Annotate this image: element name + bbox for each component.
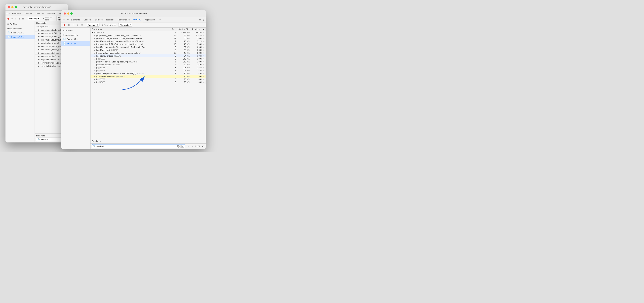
next-result-button[interactable]: ∨	[191, 145, 194, 148]
retainers-section-2: Retainers	[90, 139, 206, 143]
expand-icon: ▶	[94, 67, 95, 69]
expand-icon: ▶	[94, 49, 95, 51]
window-content-2: ≡ Profiles Heap snapshots 📄 Snap… (1… 📄 …	[61, 27, 206, 149]
heap-snapshots-title-1: Heap snapshots	[6, 27, 34, 30]
expand-icon: ▶	[38, 52, 40, 54]
tab-more-2[interactable]: >>	[157, 17, 163, 22]
table-row[interactable]: ▶ {element, timeToFirstByte, resourceLoa…	[90, 43, 206, 46]
collect-button-2[interactable]: ⊞	[80, 23, 84, 27]
filter-icon-2: ⊟	[102, 24, 103, 26]
clear-search-button[interactable]: ✕	[177, 145, 180, 148]
snapshot-item-2-2[interactable]: 📄 Snap… (1…	[61, 41, 90, 46]
filter-button-2[interactable]: ⊟ Filter by class	[100, 23, 117, 26]
memory-toolbar-2: ⏺ ⊘ ↑ ↓ ⊞ Summary ▾ ⊟ Filter by class Al…	[61, 22, 206, 27]
search-result-count: 2 of 2	[195, 145, 200, 147]
titlebar-2: DevTools - chrome://version/	[61, 10, 206, 17]
tab-console-1[interactable]: Console	[23, 10, 34, 16]
minimize-button-2[interactable]	[67, 12, 69, 14]
maximize-button-2[interactable]	[70, 12, 72, 14]
expand-icon: ▶	[94, 64, 95, 66]
filter-button-1[interactable]: ⊟ Filter by class	[42, 16, 55, 21]
close-search-button[interactable]: ✕	[201, 145, 204, 148]
table-row[interactable]: ▶ {name, value, rating, delta, entries, …	[90, 51, 206, 54]
cancel-button-1[interactable]: ⊘	[10, 17, 13, 20]
download-button-2[interactable]: ↓	[76, 23, 79, 27]
window-title-2: DevTools - chrome://version/	[120, 12, 148, 15]
table-row[interactable]: ▶ {loadTimes, csi} @49707 □ 2 28 0 % 260…	[90, 48, 206, 51]
snapshot-item-2[interactable]: 📄 Snap… (1.6…	[6, 35, 34, 39]
device-icon[interactable]: ▭	[8, 12, 10, 15]
tab-sources-2[interactable]: Sources	[93, 17, 104, 22]
tab-performance-2[interactable]: Performance	[116, 17, 132, 22]
upload-button-2[interactable]: ↑	[72, 23, 75, 27]
tab-network-1[interactable]: Network	[46, 10, 57, 16]
upload-button-1[interactable]: ↑	[14, 17, 17, 20]
download-button-1[interactable]: ↓	[18, 17, 21, 20]
snapshot-item-2-1[interactable]: 📄 Snap… (1…	[61, 37, 90, 41]
tab-elements-1[interactable]: Elements	[10, 10, 23, 16]
table-row[interactable]: ▶ {webUIResponse, webUIListenerCallback}…	[90, 72, 206, 75]
table-row[interactable]: ▶ {interactionTarget, interactionTargetE…	[90, 37, 206, 40]
tab-elements-2[interactable]: Elements	[69, 17, 82, 22]
chevron-down-icon-ao: ▾	[130, 24, 131, 26]
tab-console-2[interactable]: Console	[82, 17, 93, 22]
close-button[interactable]	[8, 6, 10, 8]
table-row[interactable]: ▶ {application_label, cl, command_line, …	[90, 34, 206, 37]
expand-icon: ▶	[94, 43, 95, 45]
tab-network-2[interactable]: Network	[104, 17, 116, 22]
match-case-button[interactable]: Aa	[180, 145, 184, 148]
expand-icon: ▶	[94, 61, 95, 63]
table-row[interactable]: ▶ {loadTimes, csi, send, getVariableValu…	[90, 40, 206, 43]
inspect-icon-2[interactable]: ⊹	[62, 18, 65, 21]
expand-icon: ▶	[94, 55, 95, 57]
expand-icon: ▶	[38, 29, 40, 31]
all-objects-dropdown-2[interactable]: All objects ▾	[118, 23, 132, 27]
col-distance: Di…	[170, 27, 177, 31]
heap-snapshots-title-2: Heap snapshots	[61, 33, 90, 37]
search-input-wrap[interactable]: 🔍 ✕ Aa	[92, 144, 185, 148]
table-row[interactable]: ▶ {passive, capture} @62293 4 20 0 % 160…	[90, 63, 206, 66]
table-row[interactable]: ▶ {} @46455 □ 3 28 0 % 68 0 %	[90, 81, 206, 84]
settings-icon-2[interactable]: ⚙	[198, 18, 202, 21]
record-button-1[interactable]: ⏺	[7, 17, 10, 20]
minimize-button[interactable]	[11, 6, 14, 8]
summary-dropdown-2[interactable]: Summary ▾	[87, 23, 100, 27]
table-row-highlighted[interactable]: ▶ {id, latency, entries} @62345 5 24 0 %…	[90, 54, 206, 57]
table-row[interactable]: ▶ {} @38399 □ 3 28 0 % 68 0 %	[90, 78, 206, 81]
search-input[interactable]	[96, 145, 176, 147]
expand-icon: ▶	[94, 52, 95, 54]
table-row[interactable]: ▶ {} @42663 5 140 0 % 180 0 %	[90, 57, 206, 60]
expand-icon: ▶	[94, 76, 95, 77]
device-icon-2[interactable]: ▭	[66, 18, 69, 21]
snapshot-item-1[interactable]: 📄 Snap… (1.6…	[6, 30, 34, 35]
sidebar-profiles-header-2: ≡ Profiles	[61, 27, 90, 33]
expand-icon: ▶	[38, 62, 40, 64]
inspect-icon[interactable]: ⊹	[6, 12, 8, 15]
maximize-button[interactable]	[15, 6, 17, 8]
main-panel-2: Constructor Di… Shallow Si… Retained… ▼	[90, 27, 206, 149]
table-area-2[interactable]: Constructor Di… Shallow Si… Retained… ▼	[90, 27, 206, 139]
prev-result-button[interactable]: ∧	[186, 145, 190, 148]
table-row[interactable]: ▶ {startTime, processingStart, processin…	[90, 46, 206, 48]
expand-icon: ▶	[38, 59, 40, 60]
summary-dropdown-1[interactable]: Summary ▾	[28, 17, 40, 20]
collect-button-1[interactable]: ⊞	[22, 17, 24, 20]
expand-icon: ▶	[94, 40, 95, 42]
table-row[interactable]: ▶ {} @53541 3 108 0 % 148 0 %	[90, 69, 206, 72]
table-row-yellow[interactable]: ▶ {nowInMicroseconds} @62039 □ 3 28 0 % …	[90, 75, 206, 78]
bottom-search-bar: 🔍 ✕ Aa ∧ ∨ 2 of 2 ✕	[90, 143, 206, 149]
more-icon-2[interactable]: ⋮	[202, 18, 205, 21]
tab-memory-2[interactable]: Memory	[132, 17, 143, 22]
table-row[interactable]: ▼ Object ×45 2 1 556 0 % 6 616 0 %	[90, 31, 206, 34]
cancel-button-2[interactable]: ⊘	[67, 23, 70, 27]
search-icon-2: 🔍	[93, 145, 96, 147]
sidebar-1: ≡ Profiles Heap snapshots 📄 Snap… (1.6… …	[6, 21, 35, 142]
record-button-2[interactable]: ⏺	[63, 23, 66, 27]
tab-sources-1[interactable]: Sources	[34, 10, 46, 16]
expand-icon: ▶	[94, 38, 95, 39]
close-button-2[interactable]	[64, 12, 66, 14]
table-row[interactable]: ▶ {remove, before, after, replaceWith} @…	[90, 60, 206, 63]
tab-application-2[interactable]: Application	[143, 17, 157, 22]
expand-icon: ▶	[94, 73, 95, 74]
table-row[interactable]: ▶ {} @34253 □ 3 108 0 % 148 0 %	[90, 66, 206, 69]
